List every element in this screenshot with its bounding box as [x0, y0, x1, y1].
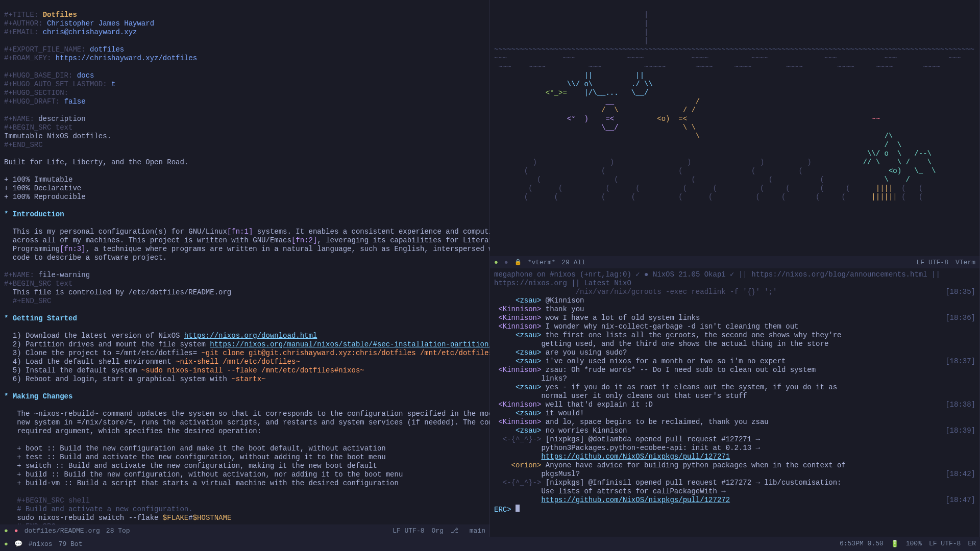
ascii-fish: / / — [648, 106, 695, 114]
msg-text: are you using sudo? — [546, 348, 627, 357]
major-mode[interactable]: ER — [968, 540, 976, 548]
chat-line: normal user it only cleans out that user… — [494, 392, 975, 400]
buffer-name[interactable]: dotfiles/README.org — [24, 527, 100, 535]
inline-code: ~git clone git@git.chrishayward.xyz:chri… — [201, 349, 490, 357]
para: code to describe a software project. — [4, 254, 167, 262]
link-nixos-manual[interactable]: https://nixos.org/manual/nixos/stable/#s… — [210, 340, 490, 348]
step: 5) Install the default system — [4, 366, 141, 374]
msg-text: thank you — [546, 305, 584, 313]
chat-line: <zsau> i've only used nixos for a month … — [494, 357, 975, 366]
chat-line: <zsau> yes - if you do it as root it cle… — [494, 383, 975, 392]
ascii-seabed: |||||| — [871, 193, 897, 201]
ascii-fish: |/\__... \__/ — [567, 89, 649, 97]
chat-line: <Kinnison> and lo, space begins to be re… — [494, 418, 975, 427]
nick: <zsau> — [494, 357, 541, 365]
heading-introduction[interactable]: * Introduction — [4, 210, 64, 218]
para: systems. It enables a consistent experie… — [253, 228, 490, 236]
nick: <Kinnison> — [494, 366, 541, 374]
msg-text: i've only used nixos for a month or two … — [546, 357, 786, 365]
para: Programming — [4, 245, 60, 253]
msg-text: Anyone have advice for building python p… — [546, 461, 846, 469]
major-mode[interactable]: VTerm — [955, 258, 975, 267]
ascii-seaweed: ( ( ( ( ( — [494, 167, 854, 175]
chat-line: https://github.com/NixOS/nixpkgs/pull/12… — [494, 496, 975, 505]
cursor-pos: 29 All — [561, 258, 585, 267]
battery-icon: 🔋 — [891, 540, 899, 548]
cursor-pos: 28 Top — [106, 527, 130, 535]
major-mode[interactable]: Org — [432, 527, 444, 535]
ascii-shark: \ / — [876, 176, 910, 184]
status-icon — [4, 527, 8, 535]
footnote-ref[interactable]: [fn:1] — [227, 228, 253, 236]
modeline-vterm: ● *vterm* 29 All LF UTF-8 VTerm — [490, 256, 979, 268]
meta-val: docs — [77, 71, 94, 80]
vterm-buffer[interactable]: | | | | ~~~~~~~~~~~~~~~~~~~~~~~~~~~~~~~~… — [490, 0, 980, 268]
begin-src: #+BEGIN_SRC text — [4, 280, 72, 288]
msg-text: @Kinnison — [546, 296, 584, 305]
erc-buffer[interactable]: megaphone on #nixos (+nrt,lag:0) ✓ ● Nix… — [490, 268, 980, 537]
status-icon — [494, 258, 498, 267]
nick: <zsau> — [494, 348, 541, 357]
encoding: LF UTF-8 — [393, 527, 424, 535]
bullet: + 100% Immutable — [4, 176, 72, 184]
erc-prompt[interactable]: ERC> — [494, 506, 516, 514]
para: across all of my machines. This project … — [4, 236, 291, 244]
timestamp: [18:37] — [945, 357, 975, 366]
chat-link[interactable]: https://github.com/NixOS/nixpkgs/pull/12… — [541, 453, 730, 461]
msg-text: python3Packages.python-ecobee-api: init … — [494, 444, 760, 452]
encoding: LF UTF-8 — [917, 258, 948, 267]
server-icon: ● — [504, 258, 508, 267]
chat-line: https://github.com/NixOS/nixpkgs/pull/12… — [494, 453, 975, 461]
buffer-name[interactable]: #nixos — [29, 540, 53, 548]
timestamp: [18:36] — [945, 314, 975, 322]
chat-line: <Kinnison> I wonder why nix-collect-garb… — [494, 322, 975, 331]
ascii-frog: <°_>= — [494, 89, 567, 97]
status-icon — [4, 540, 8, 548]
link-nixos-download[interactable]: https://nixos.org/download.html — [184, 332, 317, 340]
chat-link[interactable]: https://github.com/NixOS/nixpkgs/pull/12… — [541, 496, 730, 504]
ascii-shark: <o) \_ \ — [854, 167, 936, 175]
nick: <Kinnison> — [494, 322, 541, 331]
meta-key: #+EXPORT_FILE_NAME: — [4, 45, 86, 54]
nick: <Kinnison> — [494, 418, 541, 426]
chat-icon: 💬 — [14, 540, 22, 548]
timestamp: [18:39] — [945, 427, 975, 435]
msg-text: zsau: Oh *rude words* -- Do I need sudo … — [546, 366, 816, 374]
nick: <Kinnison> — [494, 305, 541, 313]
ascii-seaweed: ( ( ( ( ( ( ( ( ( ( — [494, 184, 876, 192]
op-item: + switch :: Build and activate the new c… — [4, 462, 377, 470]
timestamp: [18:42] — [945, 470, 975, 479]
op-item: + build-vm :: Build a script that starts… — [4, 479, 399, 487]
footnote-ref[interactable]: [fn:3] — [60, 245, 85, 253]
nick: <-{^_^}-> — [494, 479, 541, 487]
msg-text: pkgsMusl? — [494, 470, 580, 478]
end-src: #+END_SRC — [4, 141, 43, 149]
heading-making-changes[interactable]: * Making Changes — [4, 392, 72, 400]
heading-getting-started[interactable]: * Getting Started — [4, 314, 77, 322]
git-branch[interactable]: main — [470, 527, 485, 535]
meta-key: #+ROAM_KEY: — [4, 54, 51, 62]
org-buffer[interactable]: #+TITLE: Dotfiles #+AUTHOR: Christopher … — [0, 0, 490, 537]
buffer-name[interactable]: *vterm* — [528, 258, 556, 267]
meta-key: #+AUTHOR: — [4, 19, 43, 28]
msg-text: [nixpkgs] @Infinisil opened pull request… — [546, 479, 842, 487]
nick: <zsau> — [494, 296, 541, 305]
modified-icon — [14, 527, 18, 535]
ascii-seabed: |||| — [876, 184, 893, 192]
battery-pct: 100% — [906, 540, 922, 548]
nick: <zsau> — [494, 331, 541, 339]
para: , leveraging its capabilities for Litera… — [317, 236, 490, 244]
msg-text: normal user it only cleans out that user… — [494, 392, 747, 400]
op-item: + boot :: Build the new configuration an… — [4, 444, 386, 453]
channel-topic: megaphone on #nixos (+nrt,lag:0) ✓ ● Nix… — [494, 270, 975, 288]
src-comment: # Build and activate a new configuration… — [4, 505, 193, 513]
erc-input-cursor[interactable] — [516, 505, 520, 512]
ascii-shark: // \ \ / \ — [859, 158, 932, 166]
chat-line: <-{^_^}-> [nixpkgs] @Infinisil opened pu… — [494, 479, 975, 487]
msg-text: Use lists of attrsets for callPackageWit… — [494, 487, 726, 495]
timestamp: [18:47] — [945, 496, 975, 505]
src-body: sudo nixos-rebuild switch --flake $FLAKE… — [4, 514, 231, 522]
footnote-ref[interactable]: [fn:2] — [291, 236, 317, 244]
modeline-org: dotfiles/README.org 28 Top LF UTF-8 Org … — [0, 524, 489, 537]
msg-text: [nixpkgs] @dotlambda opened pull request… — [546, 435, 760, 443]
